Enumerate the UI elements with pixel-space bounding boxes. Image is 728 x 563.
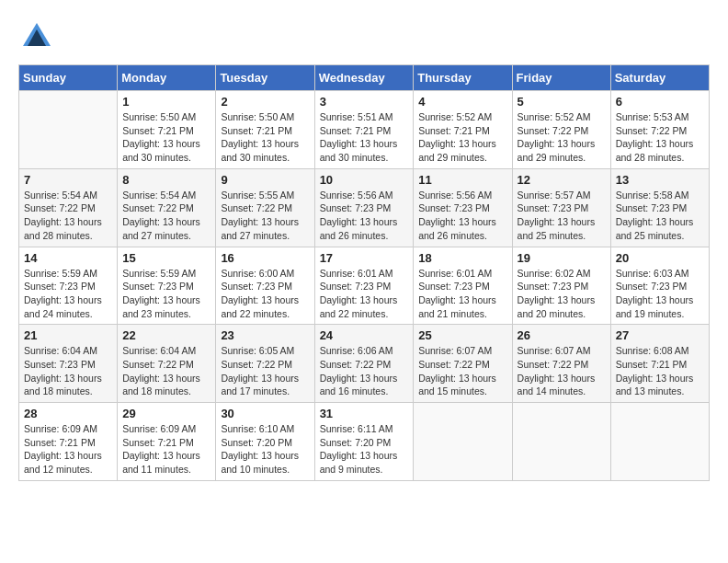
day-number: 24 (320, 328, 409, 342)
day-info: Sunrise: 6:06 AM Sunset: 7:22 PM Dayligh… (320, 344, 409, 398)
day-number: 30 (221, 407, 309, 420)
calendar-cell: 20Sunrise: 6:03 AM Sunset: 7:23 PM Dayli… (610, 247, 709, 325)
calendar-cell: 1Sunrise: 5:50 AM Sunset: 7:21 PM Daylig… (118, 91, 216, 169)
day-info: Sunrise: 6:11 AM Sunset: 7:20 PM Dayligh… (320, 422, 409, 477)
week-row-5: 28Sunrise: 6:09 AM Sunset: 7:21 PM Dayli… (19, 403, 710, 481)
day-number: 9 (221, 173, 309, 187)
day-number: 23 (221, 328, 309, 342)
day-number: 10 (320, 173, 409, 187)
day-info: Sunrise: 5:53 AM Sunset: 7:22 PM Dayligh… (616, 110, 704, 165)
day-number: 31 (320, 407, 409, 420)
calendar-cell: 31Sunrise: 6:11 AM Sunset: 7:20 PM Dayli… (314, 403, 414, 481)
day-number: 11 (418, 173, 506, 187)
calendar-cell: 7Sunrise: 5:54 AM Sunset: 7:22 PM Daylig… (19, 168, 118, 247)
calendar-cell: 17Sunrise: 6:01 AM Sunset: 7:23 PM Dayli… (314, 247, 414, 325)
day-info: Sunrise: 5:57 AM Sunset: 7:23 PM Dayligh… (518, 189, 606, 243)
calendar-cell: 25Sunrise: 6:07 AM Sunset: 7:22 PM Dayli… (414, 325, 512, 403)
day-number: 17 (320, 251, 409, 265)
calendar-cell (414, 403, 512, 481)
day-info: Sunrise: 6:03 AM Sunset: 7:23 PM Dayligh… (616, 267, 704, 321)
calendar-cell: 18Sunrise: 6:01 AM Sunset: 7:23 PM Dayli… (414, 247, 512, 325)
calendar-cell: 27Sunrise: 6:08 AM Sunset: 7:21 PM Dayli… (610, 325, 709, 403)
day-info: Sunrise: 6:02 AM Sunset: 7:23 PM Dayligh… (518, 267, 606, 321)
day-info: Sunrise: 6:09 AM Sunset: 7:21 PM Dayligh… (122, 422, 210, 477)
calendar-cell: 13Sunrise: 5:58 AM Sunset: 7:23 PM Dayli… (610, 168, 709, 247)
logo (18, 18, 59, 55)
day-info: Sunrise: 5:56 AM Sunset: 7:23 PM Dayligh… (418, 189, 506, 243)
day-number: 6 (616, 95, 704, 109)
calendar-cell: 8Sunrise: 5:54 AM Sunset: 7:22 PM Daylig… (118, 168, 216, 247)
day-number: 7 (24, 173, 112, 187)
day-number: 20 (616, 251, 704, 265)
day-number: 27 (616, 328, 704, 342)
day-number: 8 (122, 173, 210, 187)
day-info: Sunrise: 6:10 AM Sunset: 7:20 PM Dayligh… (221, 422, 309, 477)
logo-icon (18, 18, 55, 55)
calendar-cell: 10Sunrise: 5:56 AM Sunset: 7:23 PM Dayli… (314, 168, 414, 247)
day-number: 18 (418, 251, 506, 265)
day-info: Sunrise: 6:07 AM Sunset: 7:22 PM Dayligh… (518, 344, 606, 398)
day-number: 25 (418, 328, 506, 342)
day-info: Sunrise: 5:56 AM Sunset: 7:23 PM Dayligh… (320, 189, 409, 243)
calendar-cell: 19Sunrise: 6:02 AM Sunset: 7:23 PM Dayli… (512, 247, 610, 325)
day-number: 26 (518, 328, 606, 342)
calendar-cell: 15Sunrise: 5:59 AM Sunset: 7:23 PM Dayli… (118, 247, 216, 325)
day-info: Sunrise: 6:09 AM Sunset: 7:21 PM Dayligh… (24, 422, 112, 477)
day-number: 22 (122, 328, 210, 342)
calendar-cell (610, 403, 709, 481)
calendar-cell (512, 403, 610, 481)
calendar-cell: 4Sunrise: 5:52 AM Sunset: 7:21 PM Daylig… (414, 91, 512, 169)
calendar-cell: 9Sunrise: 5:55 AM Sunset: 7:22 PM Daylig… (216, 168, 314, 247)
day-info: Sunrise: 5:59 AM Sunset: 7:23 PM Dayligh… (24, 267, 112, 321)
calendar-cell: 16Sunrise: 6:00 AM Sunset: 7:23 PM Dayli… (216, 247, 314, 325)
week-row-3: 14Sunrise: 5:59 AM Sunset: 7:23 PM Dayli… (19, 247, 710, 325)
day-number: 13 (616, 173, 704, 187)
day-info: Sunrise: 6:05 AM Sunset: 7:22 PM Dayligh… (221, 344, 309, 398)
calendar-cell: 30Sunrise: 6:10 AM Sunset: 7:20 PM Dayli… (216, 403, 314, 481)
calendar-cell: 21Sunrise: 6:04 AM Sunset: 7:23 PM Dayli… (19, 325, 118, 403)
calendar-cell: 23Sunrise: 6:05 AM Sunset: 7:22 PM Dayli… (216, 325, 314, 403)
weekday-header-wednesday: Wednesday (314, 65, 414, 91)
weekday-header-saturday: Saturday (610, 65, 709, 91)
day-info: Sunrise: 5:51 AM Sunset: 7:21 PM Dayligh… (320, 110, 409, 165)
day-number: 29 (122, 407, 210, 420)
calendar-cell: 2Sunrise: 5:50 AM Sunset: 7:21 PM Daylig… (216, 91, 314, 169)
day-info: Sunrise: 6:08 AM Sunset: 7:21 PM Dayligh… (616, 344, 704, 398)
day-number: 21 (24, 328, 112, 342)
weekday-header-monday: Monday (118, 65, 216, 91)
day-info: Sunrise: 5:52 AM Sunset: 7:21 PM Dayligh… (418, 110, 506, 165)
day-info: Sunrise: 5:54 AM Sunset: 7:22 PM Dayligh… (24, 189, 112, 243)
calendar-cell: 6Sunrise: 5:53 AM Sunset: 7:22 PM Daylig… (610, 91, 709, 169)
day-number: 14 (24, 251, 112, 265)
day-number: 12 (518, 173, 606, 187)
day-info: Sunrise: 5:50 AM Sunset: 7:21 PM Dayligh… (221, 110, 309, 165)
calendar-cell: 11Sunrise: 5:56 AM Sunset: 7:23 PM Dayli… (414, 168, 512, 247)
calendar-cell: 29Sunrise: 6:09 AM Sunset: 7:21 PM Dayli… (118, 403, 216, 481)
weekday-header-thursday: Thursday (414, 65, 512, 91)
day-number: 15 (122, 251, 210, 265)
day-info: Sunrise: 6:04 AM Sunset: 7:22 PM Dayligh… (122, 344, 210, 398)
weekday-header-tuesday: Tuesday (216, 65, 314, 91)
weekday-header-sunday: Sunday (19, 65, 118, 91)
calendar-table: SundayMondayTuesdayWednesdayThursdayFrid… (18, 64, 710, 481)
week-row-1: 1Sunrise: 5:50 AM Sunset: 7:21 PM Daylig… (19, 91, 710, 169)
day-info: Sunrise: 6:04 AM Sunset: 7:23 PM Dayligh… (24, 344, 112, 398)
week-row-2: 7Sunrise: 5:54 AM Sunset: 7:22 PM Daylig… (19, 168, 710, 247)
calendar-cell: 24Sunrise: 6:06 AM Sunset: 7:22 PM Dayli… (314, 325, 414, 403)
day-info: Sunrise: 6:01 AM Sunset: 7:23 PM Dayligh… (320, 267, 409, 321)
calendar-cell: 14Sunrise: 5:59 AM Sunset: 7:23 PM Dayli… (19, 247, 118, 325)
day-number: 19 (518, 251, 606, 265)
day-info: Sunrise: 5:55 AM Sunset: 7:22 PM Dayligh… (221, 189, 309, 243)
calendar-cell: 22Sunrise: 6:04 AM Sunset: 7:22 PM Dayli… (118, 325, 216, 403)
day-info: Sunrise: 6:00 AM Sunset: 7:23 PM Dayligh… (221, 267, 309, 321)
day-info: Sunrise: 5:54 AM Sunset: 7:22 PM Dayligh… (122, 189, 210, 243)
day-number: 4 (418, 95, 506, 109)
day-info: Sunrise: 5:59 AM Sunset: 7:23 PM Dayligh… (122, 267, 210, 321)
calendar-cell (19, 91, 118, 169)
page-header (18, 18, 710, 55)
day-info: Sunrise: 6:07 AM Sunset: 7:22 PM Dayligh… (418, 344, 506, 398)
calendar-cell: 5Sunrise: 5:52 AM Sunset: 7:22 PM Daylig… (512, 91, 610, 169)
day-info: Sunrise: 5:50 AM Sunset: 7:21 PM Dayligh… (122, 110, 210, 165)
calendar-cell: 12Sunrise: 5:57 AM Sunset: 7:23 PM Dayli… (512, 168, 610, 247)
calendar-cell: 3Sunrise: 5:51 AM Sunset: 7:21 PM Daylig… (314, 91, 414, 169)
